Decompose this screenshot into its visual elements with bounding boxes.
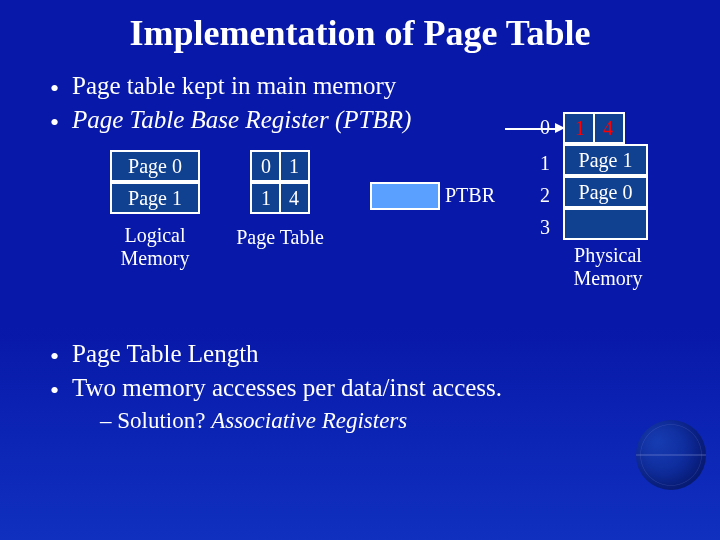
pt-row-0-valid: 0	[253, 152, 281, 180]
page-table-label: Page Table	[225, 226, 335, 249]
ptbr-label: PTBR	[445, 184, 495, 207]
bullet-3: Page Table Length	[50, 340, 690, 368]
phys-ptr-b: 4	[595, 114, 621, 142]
paging-diagram: Page 0 Page 1 LogicalMemory 01 14 Page T…	[0, 140, 720, 340]
phys-idx-1: 1	[540, 152, 550, 175]
bottom-bullet-list: Page Table Length Two memory accesses pe…	[0, 340, 720, 402]
sub-bullet: – Solution? Associative Registers	[0, 408, 720, 434]
pt-row-0: 01	[250, 150, 310, 182]
physical-memory-label: PhysicalMemory	[563, 244, 653, 290]
pt-row-0-frame: 1	[281, 152, 307, 180]
bullet-1: Page table kept in main memory	[50, 72, 690, 100]
logical-page-0: Page 0	[110, 150, 200, 182]
pt-row-1-frame: 4	[281, 184, 307, 212]
ptbr-box	[370, 182, 440, 210]
bullet-2-text: Page Table Base Register (PTBR)	[72, 106, 411, 133]
pt-row-1-valid: 1	[253, 184, 281, 212]
bullet-1-text: Page table kept in main memory	[72, 72, 396, 99]
phys-ptr-row: 14	[563, 112, 625, 144]
phys-frame-3	[563, 208, 648, 240]
bullet-4: Two memory accesses per data/inst access…	[50, 374, 690, 402]
slide-title: Implementation of Page Table	[0, 0, 720, 54]
globe-icon	[636, 420, 706, 490]
pt-row-1: 14	[250, 182, 310, 214]
phys-frame-1: Page 1	[563, 144, 648, 176]
phys-idx-3: 3	[540, 216, 550, 239]
phys-frame-2: Page 0	[563, 176, 648, 208]
logical-memory-label: LogicalMemory	[110, 224, 200, 270]
sub-bullet-text: Associative Registers	[211, 408, 407, 433]
sub-bullet-dash: – Solution?	[100, 408, 211, 433]
arrow-line	[505, 128, 557, 130]
phys-idx-2: 2	[540, 184, 550, 207]
arrow-head-icon	[555, 123, 565, 133]
bullet-4-text: Two memory accesses per data/inst access…	[72, 374, 502, 401]
logical-page-1: Page 1	[110, 182, 200, 214]
phys-ptr-a: 1	[567, 114, 595, 142]
bullet-3-text: Page Table Length	[72, 340, 259, 367]
